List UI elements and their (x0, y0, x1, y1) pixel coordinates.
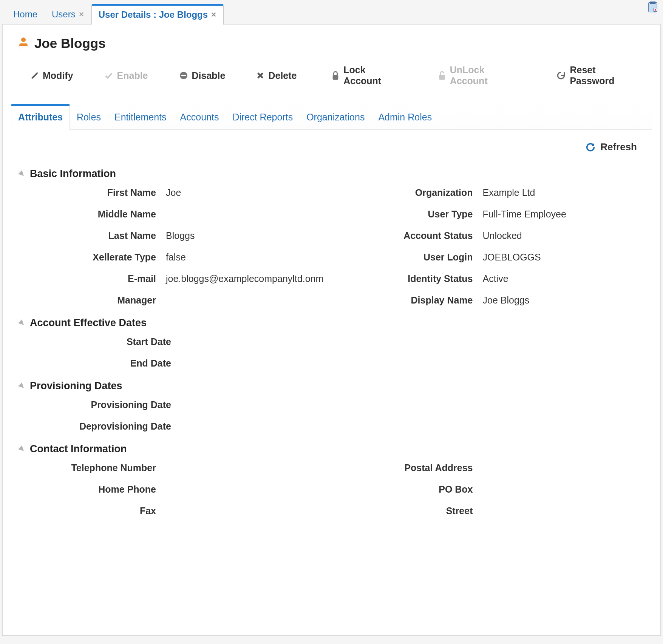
field-start-date: Start Date (22, 336, 332, 347)
field-last-name: Last NameBloggs (22, 230, 324, 241)
app-root: x Home Users ✕ User Details : Joe Bloggs… (0, 0, 663, 644)
reset-label: Reset Password (570, 65, 640, 86)
label-middle-name: Middle Name (22, 209, 166, 220)
subtab-entitlements[interactable]: Entitlements (108, 106, 173, 129)
section-basic-info-title: Basic Information (30, 168, 116, 180)
lock-icon (331, 71, 340, 80)
x-icon (256, 71, 264, 80)
subtab-organizations[interactable]: Organizations (300, 106, 371, 129)
section-contact-info-header[interactable]: Contact Information (19, 443, 652, 455)
refresh-label: Refresh (600, 141, 637, 153)
save-page-icon[interactable]: x (647, 2, 658, 13)
close-icon[interactable]: ✕ (211, 11, 216, 19)
field-telephone: Telephone Number (22, 462, 324, 473)
refresh-button[interactable]: Refresh (585, 141, 637, 153)
label-home-phone: Home Phone (22, 484, 166, 495)
value-first-name: Joe (166, 187, 181, 198)
reset-password-button[interactable]: Reset Password (552, 62, 644, 89)
svg-rect-1 (650, 2, 656, 4)
tab-home[interactable]: Home (6, 5, 45, 24)
value-user-type: Full-Time Employee (483, 209, 566, 220)
delete-label: Delete (268, 70, 297, 81)
tab-users-label: Users (52, 9, 76, 20)
label-manager: Manager (22, 295, 166, 306)
provisioning-dates-fields: Provisioning Date Deprovisioning Date (11, 399, 652, 432)
modify-label: Modify (43, 70, 73, 81)
field-deprovisioning-date: Deprovisioning Date (22, 421, 332, 432)
tab-user-details-label: User Details : Joe Bloggs (99, 9, 208, 20)
modify-button[interactable]: Modify (26, 68, 78, 83)
disable-button[interactable]: Disable (175, 68, 230, 83)
section-provisioning-dates-title: Provisioning Dates (30, 380, 122, 392)
value-display-name: Joe Bloggs (483, 295, 530, 306)
tab-user-details[interactable]: User Details : Joe Bloggs ✕ (91, 4, 224, 25)
label-email: E-mail (22, 273, 166, 284)
field-middle-name: Middle Name (22, 209, 324, 220)
subtab-roles[interactable]: Roles (70, 106, 108, 129)
subtab-direct-reports[interactable]: Direct Reports (226, 106, 300, 129)
value-user-login: JOEBLOGGS (483, 252, 541, 263)
content-panel: Joe Bloggs Modify Enable Disable Delete (2, 24, 661, 636)
field-po-box: PO Box (339, 484, 641, 495)
tab-users[interactable]: Users ✕ (45, 5, 91, 24)
enable-button: Enable (100, 68, 153, 83)
field-xellerate-type: Xellerate Typefalse (22, 252, 324, 263)
disclosure-icon (18, 382, 26, 390)
value-xellerate-type: false (166, 252, 186, 263)
value-last-name: Bloggs (166, 230, 195, 241)
field-end-date: End Date (22, 358, 332, 369)
field-street: Street (339, 505, 641, 516)
reset-icon (556, 71, 566, 80)
svg-point-4 (21, 37, 26, 42)
value-email: joe.bloggs@examplecompanyltd.onm (166, 273, 323, 284)
tab-home-label: Home (13, 9, 37, 20)
field-fax: Fax (22, 505, 324, 516)
section-effective-dates-header[interactable]: Account Effective Dates (19, 317, 652, 329)
label-provisioning-date: Provisioning Date (22, 399, 181, 410)
lock-account-button[interactable]: Lock Account (327, 62, 408, 89)
section-provisioning-dates-header[interactable]: Provisioning Dates (19, 380, 652, 392)
enable-label: Enable (117, 70, 148, 81)
refresh-icon (585, 142, 596, 153)
label-organization: Organization (339, 187, 483, 198)
svg-text:x: x (654, 8, 657, 12)
label-first-name: First Name (22, 187, 166, 198)
label-telephone: Telephone Number (22, 462, 166, 473)
label-last-name: Last Name (22, 230, 166, 241)
unlock-account-button: UnLock Account (433, 62, 526, 89)
label-user-login: User Login (339, 252, 483, 263)
label-postal-address: Postal Address (339, 462, 483, 473)
label-po-box: PO Box (339, 484, 483, 495)
value-organization: Example Ltd (483, 187, 535, 198)
effective-dates-fields: Start Date End Date (11, 336, 652, 369)
section-basic-info-header[interactable]: Basic Information (19, 168, 652, 180)
svg-rect-8 (333, 75, 338, 80)
label-xellerate-type: Xellerate Type (22, 252, 166, 263)
label-fax: Fax (22, 505, 166, 516)
label-identity-status: Identity Status (339, 273, 483, 284)
field-first-name: First NameJoe (22, 187, 324, 198)
unlock-icon (438, 71, 446, 80)
field-postal-address: Postal Address (339, 462, 641, 473)
subtab-admin-roles[interactable]: Admin Roles (371, 106, 439, 129)
section-contact-info-title: Contact Information (30, 443, 127, 455)
value-account-status: Unlocked (483, 230, 522, 241)
user-icon (18, 37, 29, 50)
action-toolbar: Modify Enable Disable Delete Lock Accoun… (11, 62, 652, 92)
pencil-icon (31, 71, 39, 80)
disclosure-icon (18, 319, 26, 327)
delete-button[interactable]: Delete (252, 68, 301, 83)
value-identity-status: Active (483, 273, 508, 284)
close-icon[interactable]: ✕ (79, 10, 84, 18)
field-user-type: User TypeFull-Time Employee (339, 209, 641, 220)
subtab-attributes[interactable]: Attributes (11, 104, 70, 130)
label-street: Street (339, 505, 483, 516)
section-effective-dates-title: Account Effective Dates (30, 317, 147, 329)
page-title-row: Joe Bloggs (18, 36, 652, 51)
subtab-accounts[interactable]: Accounts (173, 106, 226, 129)
svg-rect-9 (439, 75, 445, 80)
field-email: E-mailjoe.bloggs@examplecompanyltd.onm (22, 273, 324, 284)
refresh-row: Refresh (11, 130, 652, 157)
label-user-type: User Type (339, 209, 483, 220)
check-icon (104, 71, 113, 80)
